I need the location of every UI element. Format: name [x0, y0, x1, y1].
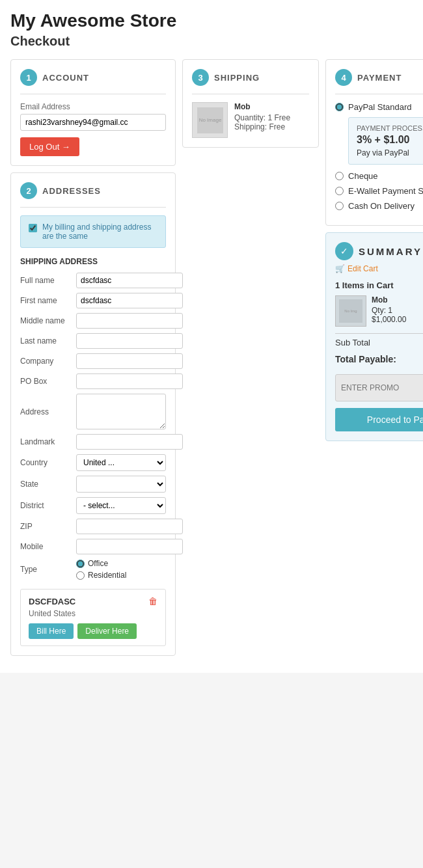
company-row: Company: [20, 353, 166, 369]
addresses-title: ADDRESSES: [42, 186, 101, 196]
ewallet-radio[interactable]: [335, 187, 344, 195]
type-office-radio[interactable]: [76, 560, 85, 568]
cart-item-qty: Qty: 1: [372, 306, 406, 315]
full-name-input[interactable]: [76, 273, 183, 288]
same-address-label: My billing and shipping address are the …: [42, 223, 157, 241]
full-name-row: Full name: [20, 273, 166, 288]
district-label: District: [20, 501, 72, 510]
landmark-input[interactable]: [76, 434, 183, 450]
payment-header: 4 PAYMENT: [335, 69, 423, 86]
middle-name-row: Middle name: [20, 313, 166, 329]
same-address-box: My billing and shipping address are the …: [20, 215, 166, 248]
company-input[interactable]: [76, 353, 183, 369]
state-select[interactable]: [76, 476, 166, 493]
edit-cart-label: Edit Cart: [348, 264, 378, 273]
deliver-here-button[interactable]: Deliver Here: [77, 623, 137, 639]
last-name-label: Last name: [20, 336, 72, 346]
logout-button[interactable]: Log Out →: [20, 137, 79, 156]
mobile-label: Mobile: [20, 542, 72, 551]
shipping-card: 3 SHIPPING No Image Mob Quantity: 1 Free: [182, 59, 319, 148]
ewallet-option[interactable]: E-Wallet Payment System: [335, 186, 423, 196]
state-row: State: [20, 476, 166, 493]
cart-item-image: No Img: [335, 295, 366, 327]
address-card-name: DSCFDASC: [29, 597, 75, 606]
paypal-radio[interactable]: [335, 103, 344, 111]
po-box-input[interactable]: [76, 373, 183, 389]
bill-here-button[interactable]: Bill Here: [29, 623, 74, 639]
zip-input[interactable]: [76, 519, 183, 534]
zip-label: ZIP: [20, 522, 72, 531]
address-row: Address: [20, 394, 166, 429]
type-residential-label: Residential: [88, 571, 126, 580]
shipping-title: SHIPPING: [214, 73, 260, 83]
proceed-to-payment-button[interactable]: Proceed to Payment: [335, 408, 423, 431]
po-box-label: PO Box: [20, 377, 72, 386]
saved-address-card: DSCFDASC 🗑 United States Bill Here Deliv…: [20, 589, 166, 646]
svg-text:No Img: No Img: [344, 309, 357, 313]
step-3-circle: 3: [192, 69, 209, 86]
address-label: Address: [20, 407, 72, 416]
cheque-option[interactable]: Cheque: [335, 171, 423, 181]
type-residential-radio[interactable]: [76, 571, 85, 580]
first-name-input[interactable]: [76, 293, 183, 308]
shipping-header: 3 SHIPPING: [192, 69, 309, 86]
payment-fee-amount: 3% + $1.00: [357, 134, 423, 146]
addresses-card: 2 ADDRESSES My billing and shipping addr…: [10, 172, 176, 656]
district-select[interactable]: - select...: [76, 497, 166, 514]
payment-title: PAYMENT: [357, 73, 402, 83]
paypal-option[interactable]: PayPal Standard: [335, 102, 423, 112]
promo-input[interactable]: [335, 374, 423, 401]
cart-toggle[interactable]: 1 Items in Cart ∧: [335, 280, 423, 290]
cart-item-price: $1,000.00: [372, 315, 406, 324]
delete-address-icon[interactable]: 🗑: [148, 596, 157, 606]
payment-via: Pay via PayPal: [357, 148, 423, 157]
country-select[interactable]: United ... India United Kingdom: [76, 454, 166, 471]
type-residential-option[interactable]: Residential: [76, 571, 126, 580]
cod-option[interactable]: Cash On Delivery: [335, 201, 423, 211]
cod-radio[interactable]: [335, 202, 344, 210]
summary-title: SUMMARY: [359, 246, 422, 257]
product-shipping-cost: Shipping: Free: [234, 122, 290, 131]
summary-check-icon: ✓: [335, 242, 353, 260]
paypal-label: PayPal Standard: [348, 102, 412, 112]
cart-icon: 🛒: [335, 264, 345, 273]
landmark-row: Landmark: [20, 434, 166, 450]
product-name: Mob: [234, 102, 290, 111]
country-row: Country United ... India United Kingdom: [20, 454, 166, 471]
paypal-fee-box: PAYMENT PROCESSING FEE: 3% + $1.00 Pay v…: [348, 117, 423, 165]
same-address-checkbox[interactable]: [29, 224, 37, 232]
country-label: Country: [20, 458, 72, 467]
total-row: Total Payable: $1,000.00: [335, 351, 423, 366]
company-label: Company: [20, 357, 72, 366]
subtotal-row: Sub Total $1,000.00: [335, 333, 423, 347]
account-card: 1 ACCOUNT Email Address Log Out →: [10, 59, 176, 166]
product-image: No Image: [192, 102, 228, 138]
cod-label: Cash On Delivery: [348, 201, 415, 211]
summary-header: ✓ SUMMARY: [335, 242, 423, 260]
mobile-row: Mobile: [20, 539, 166, 554]
account-title: ACCOUNT: [42, 73, 89, 83]
middle-name-input[interactable]: [76, 313, 183, 329]
last-name-row: Last name: [20, 333, 166, 349]
step-4-circle: 4: [335, 69, 352, 86]
cheque-radio[interactable]: [335, 172, 344, 180]
email-input[interactable]: [20, 114, 166, 131]
address-card-buttons: Bill Here Deliver Here: [29, 623, 157, 639]
edit-cart-link[interactable]: 🛒 Edit Cart: [335, 264, 423, 273]
cheque-label: Cheque: [348, 171, 378, 181]
addresses-header: 2 ADDRESSES: [20, 182, 166, 199]
store-title: My Awesome Store: [10, 10, 413, 31]
email-label: Email Address: [20, 102, 166, 111]
summary-card: ✓ SUMMARY 🛒 Edit Cart 1 Items in Cart ∧: [325, 232, 423, 441]
payment-fee-label: PAYMENT PROCESSING FEE:: [357, 124, 423, 132]
address-input[interactable]: [76, 394, 166, 429]
total-label: Total Payable:: [335, 354, 396, 364]
landmark-label: Landmark: [20, 437, 72, 446]
mobile-input[interactable]: [76, 539, 183, 554]
cart-item: No Img Mob Qty: 1 $1,000.00: [335, 295, 423, 327]
type-label-row: Type Office Residential: [20, 559, 166, 580]
step-2-circle: 2: [20, 182, 37, 199]
address-card-country: United States: [29, 609, 157, 618]
type-office-option[interactable]: Office: [76, 559, 126, 568]
last-name-input[interactable]: [76, 333, 183, 349]
